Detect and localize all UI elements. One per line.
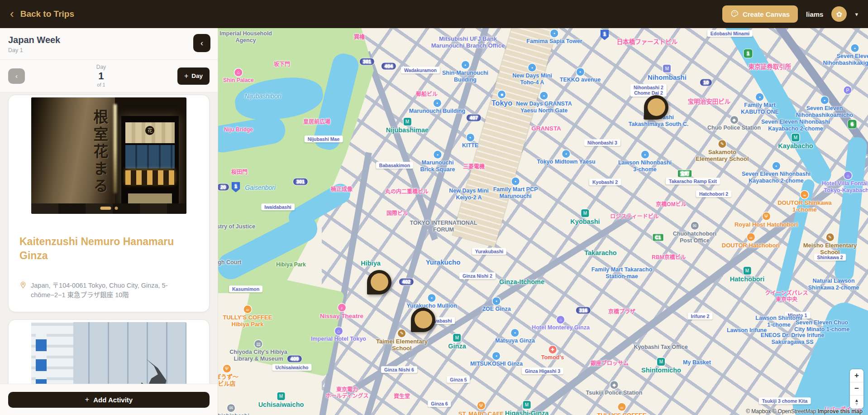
- map-label: 東京証券取引所: [749, 63, 792, 71]
- map-label-text: Takaracho: [584, 249, 616, 257]
- map-label-text: Shin Palace: [223, 77, 253, 83]
- map-label-text: Kayabacho: [778, 142, 813, 150]
- map-label-text: Matsuya Ginza: [495, 338, 535, 344]
- palette-icon: [730, 10, 739, 19]
- activity-title[interactable]: Kaitenzushi Nemuro Hanamaru Ginza: [19, 235, 198, 263]
- map-label: Edobashi Minami: [707, 30, 753, 37]
- map-label-text: Imperial Hotel Tokyo: [311, 336, 366, 343]
- add-activity-label: Add Activity: [93, 396, 133, 404]
- map-label: RBM京橋ビル: [652, 254, 686, 261]
- map-label-text: Family Mart KABUTO ONE: [741, 102, 779, 116]
- shop-icon: ▪: [434, 151, 442, 159]
- map-label-text: 10: [700, 79, 712, 87]
- map-label: ロジスティードビル: [610, 213, 658, 220]
- conv-icon: ▪: [550, 29, 558, 37]
- add-activity-button[interactable]: + Add Activity: [8, 392, 210, 408]
- map-label: 316: [576, 307, 591, 314]
- activity-map-marker[interactable]: [367, 270, 391, 294]
- map-label: Tsukiji 3 chome Kita: [759, 397, 811, 404]
- map-label-text: TULLY'S COFFEE: [597, 412, 647, 415]
- add-day-button[interactable]: + Day: [177, 68, 210, 85]
- trip-title: Japan Week: [8, 35, 210, 45]
- map-label: ▪Seven Eleven Nihonbashi Kayabacho 2-cho…: [742, 162, 811, 184]
- previous-day-button[interactable]: ‹: [8, 68, 25, 84]
- conv-icon: ▪: [577, 68, 584, 76]
- photo-counter-stools: [125, 170, 175, 185]
- map-label-text: High Court: [218, 259, 241, 266]
- map-label-text: New Days Mini Keiyo-2 A: [449, 188, 489, 201]
- metro-icon: M: [523, 401, 531, 409]
- map-label: MKayabacho: [778, 134, 813, 150]
- compass-button[interactable]: ▲ ▼: [850, 396, 863, 409]
- map-label-text: Shinkawa 2: [814, 254, 846, 261]
- zoom-in-button[interactable]: +: [850, 369, 863, 382]
- activity-list[interactable]: 根室花まる 花 Kaitenzushi Nemuro Hanamaru Ginz…: [0, 92, 218, 384]
- map-label-text: C1: [653, 234, 664, 241]
- conv-icon: ▪: [529, 64, 536, 72]
- map-label-text: Hotel Villa Fontaine Tokyo-Kayabacho: [822, 180, 868, 194]
- map-label-text: Hibiya Park: [276, 261, 305, 268]
- school-icon: ✎: [718, 140, 726, 148]
- map-label: ▪Family Mart KABUTO ONE: [741, 93, 779, 116]
- map-label: ☕DOUTOR Hatchobori: [722, 233, 780, 249]
- activity-photo[interactable]: [31, 322, 186, 384]
- osm-attribution[interactable]: © OpenStreetMap: [772, 408, 816, 415]
- collapse-sidebar-button[interactable]: ‹: [193, 34, 210, 52]
- zoom-out-button[interactable]: −: [850, 382, 863, 396]
- map-label-text: Imperial Household Agency: [219, 30, 272, 44]
- cafe-icon: ☕: [801, 191, 809, 198]
- map-label: Ψぼうず〜 ビル店: [218, 365, 238, 387]
- conv-icon: ▪: [772, 162, 780, 170]
- map-label-text: Tokyo: [491, 99, 512, 108]
- avatar[interactable]: ✿: [831, 6, 847, 22]
- map-label-text: TEKKO avenue: [560, 77, 601, 83]
- map-label: ✉ishishinbashi: [218, 404, 249, 415]
- map-label: Yurakucho: [426, 258, 461, 266]
- chevron-down-icon[interactable]: ▾: [855, 11, 858, 18]
- map-canvas[interactable]: Imperial Household Agency坂下門⌂Shin Palace…: [218, 28, 868, 415]
- photo-crest-icon: 花: [145, 126, 154, 135]
- map-label: 巽櫓: [354, 34, 365, 40]
- conv-icon: ▪: [821, 97, 829, 104]
- map-label: ▪TEKKO avenue: [560, 68, 601, 83]
- map-label: 国際ビル: [386, 210, 408, 217]
- map-label: 楠正成像: [331, 186, 353, 193]
- map-label: クイーンズパレス 東京中央: [765, 290, 808, 303]
- shop-icon: ▪: [461, 61, 469, 69]
- back-to-trips-button[interactable]: ‹ Back to Trips: [10, 9, 74, 19]
- theater-icon: ♪: [338, 304, 346, 312]
- map-label-text: New Days Mini Toho-4 A: [512, 72, 552, 86]
- mapbox-attribution[interactable]: © Mapbox: [746, 408, 771, 415]
- map-label-text: 巽櫓: [354, 34, 365, 40]
- map-label: Minato 1: [785, 312, 811, 318]
- map-label-text: 301: [293, 178, 308, 186]
- activity-card[interactable]: 根室花まる 花 Kaitenzushi Nemuro Hanamaru Ginz…: [8, 95, 210, 312]
- map-label-text: TOKYO INTERNATIONAL FORUM: [410, 220, 477, 233]
- map-label-text: MITSUKOSHI Ginza: [470, 361, 523, 367]
- improve-map-link[interactable]: Improve this map: [818, 408, 863, 415]
- activity-photo[interactable]: 根室花まる 花: [31, 97, 186, 214]
- activity-map-marker[interactable]: [411, 308, 435, 332]
- map-label: Natural Lawson Shinkawa 2-chome: [808, 278, 859, 291]
- map-label: ▪Lawson Nihonbashi 3-chome: [618, 151, 672, 173]
- map-label: MNijubashimae: [386, 118, 429, 134]
- map-label: 10: [700, 79, 712, 87]
- carousel-dot-active[interactable]: [100, 207, 111, 210]
- carousel-dot[interactable]: [114, 207, 118, 210]
- photo-carousel-dots[interactable]: [100, 207, 118, 210]
- map-label-text: 日本橋ファーストビル: [617, 39, 677, 46]
- day-number: 1: [98, 70, 104, 82]
- pharmacy-icon: ✚: [549, 346, 557, 353]
- activity-map-marker[interactable]: [644, 95, 668, 120]
- map-label: 日本橋ファーストビル: [617, 39, 677, 46]
- hotel-icon: ⌂: [844, 172, 852, 179]
- map-label-text: Lawson Nihonbashi 3-chome: [618, 159, 672, 173]
- map-label: P: [844, 87, 852, 94]
- activity-card[interactable]: [8, 319, 210, 384]
- map-label-text: Famima Sapia Tower: [526, 38, 582, 45]
- metro-icon: M: [453, 334, 461, 342]
- map-label: Kasumimon: [229, 285, 262, 292]
- map-label-text: Ginza 6: [428, 400, 451, 407]
- map-label-text: 楠正成像: [331, 186, 353, 193]
- create-canvas-button[interactable]: Create Canvas: [722, 5, 798, 23]
